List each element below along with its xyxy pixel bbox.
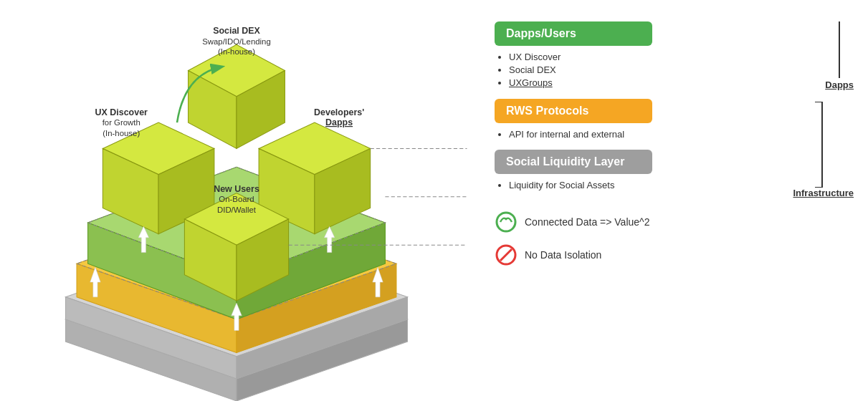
dapps-users-header: Dapps/Users: [495, 21, 652, 46]
label-developers-dapps: Developers': [314, 107, 364, 117]
label-new-users-sub1: On-Board: [219, 195, 254, 203]
rws-items: API for internal and external: [495, 129, 784, 140]
label-new-users: New Users: [214, 184, 259, 194]
dapps-item-social-dex: Social DEX: [509, 64, 819, 75]
cube-social-dex: [189, 44, 285, 148]
dapps-users-section: Dapps/Users UX Discover Social DEX UXGro…: [495, 21, 854, 90]
infra-sections: RWS Protocols API for internal and exter…: [495, 99, 784, 200]
rws-section: RWS Protocols API for internal and exter…: [495, 99, 784, 140]
diagram-area: Social DEX Swap/IDO/Lending (In-house) U…: [0, 0, 473, 401]
main-container: Social DEX Swap/IDO/Lending (In-house) U…: [0, 0, 868, 401]
label-developers-dapps-sub: Dapps: [325, 117, 353, 127]
legend-connected-data-text: Connected Data => Value^2: [525, 216, 649, 228]
label-social-dex-sub1: Swap/IDO/Lending: [202, 37, 271, 46]
svg-point-34: [497, 213, 515, 231]
social-liquidity-items: Liquidity for Social Assets: [495, 180, 784, 190]
label-ux-discover: UX Discover: [95, 107, 148, 117]
rws-header: RWS Protocols: [495, 99, 652, 123]
social-liquidity-section: Social Liquidity Layer Liquidity for Soc…: [495, 150, 784, 190]
red-no-icon: [495, 243, 518, 266]
dapps-side-label: Dapps: [825, 79, 854, 90]
label-ux-discover-sub2: (In-house): [102, 129, 140, 137]
infra-bracket: [815, 102, 829, 188]
dapps-users-box: Dapps/Users UX Discover Social DEX UXGro…: [495, 21, 819, 90]
label-new-users-sub2: DID/Wallet: [217, 206, 257, 214]
infrastructure-group: RWS Protocols API for internal and exter…: [495, 99, 854, 200]
legend-no-data-isolation-text: No Data Isolation: [525, 249, 601, 261]
label-social-dex-sub2: (In-house): [218, 47, 255, 56]
legend-connected-data: Connected Data => Value^2: [495, 211, 854, 233]
dapps-side-label-container: Dapps: [825, 21, 854, 90]
dapps-item-uxgroups: UXGroups: [509, 77, 819, 88]
infra-side-label-container: Infrastructure: [790, 99, 854, 200]
legend-area: Dapps/Users UX Discover Social DEX UXGro…: [473, 0, 868, 401]
legend-no-data-isolation: No Data Isolation: [495, 243, 854, 266]
dapps-bracket-line: [839, 21, 840, 78]
infra-side-label: Infrastructure: [793, 188, 854, 198]
label-social-dex: Social DEX: [213, 26, 260, 36]
dapps-users-items: UX Discover Social DEX UXGroups: [495, 52, 819, 88]
green-circle-icon: [495, 211, 518, 233]
rws-item-api: API for internal and external: [509, 129, 784, 140]
dapps-item-ux-discover: UX Discover: [509, 52, 819, 62]
isometric-diagram: Social DEX Swap/IDO/Lending (In-house) U…: [0, 0, 473, 401]
label-ux-discover-sub1: for Growth: [102, 118, 140, 127]
social-liquidity-header: Social Liquidity Layer: [495, 150, 652, 174]
social-liquidity-item: Liquidity for Social Assets: [509, 180, 784, 190]
